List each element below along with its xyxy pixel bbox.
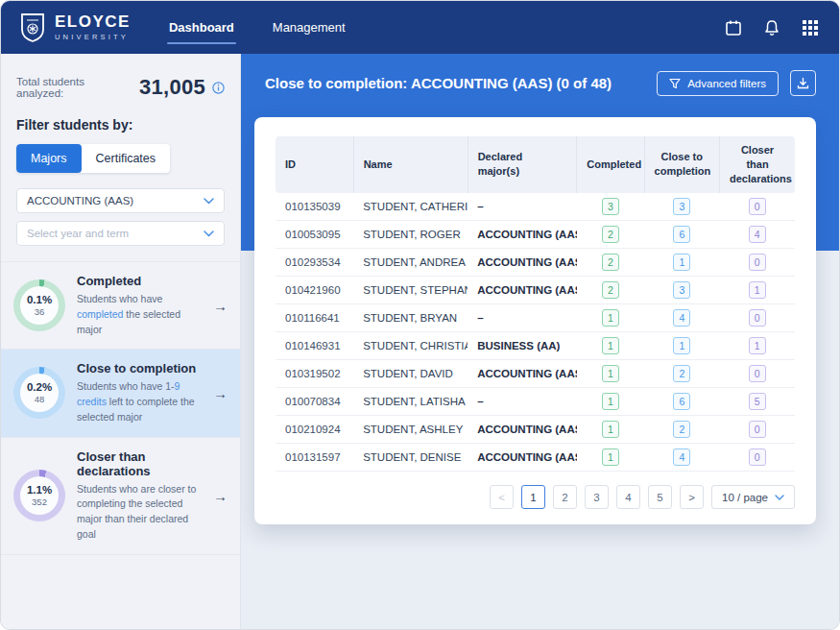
column-header: Completed xyxy=(577,136,644,193)
completed-count-cell: 1 xyxy=(577,360,644,388)
closer-count-cell: 1 xyxy=(720,332,795,360)
column-header: ID xyxy=(276,136,353,193)
content-area: Total students analyzed: 31,005 Filter s… xyxy=(1,54,839,629)
pagination-prev-button[interactable]: < xyxy=(490,485,514,509)
logo-subname: UNIVERSITY xyxy=(55,33,131,41)
top-navbar: ELOYCE UNIVERSITY Dashboard Management xyxy=(1,1,839,54)
total-students-value: 31,005 xyxy=(139,75,205,100)
tab-certificates[interactable]: Certificates xyxy=(82,144,171,173)
completed-count-cell: 1 xyxy=(577,304,644,332)
close-count-cell: 1 xyxy=(644,249,719,277)
closer-count-cell: 1 xyxy=(720,277,795,304)
desc-text: Students who are closer to completing th… xyxy=(77,483,196,540)
pagination-page-1[interactable]: 1 xyxy=(521,485,545,509)
table-row[interactable]: 010293534STUDENT, ANDREAACCOUNTING (AAS)… xyxy=(276,249,795,277)
closer-donut: 1.1% 352 xyxy=(13,470,65,521)
table-row[interactable]: 010053095STUDENT, ROGERACCOUNTING (AAS)2… xyxy=(276,221,795,249)
calendar-icon[interactable] xyxy=(724,18,743,37)
completed-count-cell: 2 xyxy=(577,277,644,304)
major-select-value: ACCOUNTING (AAS) xyxy=(27,195,133,206)
arrow-right-icon[interactable]: → xyxy=(211,488,228,504)
term-select[interactable]: Select year and term xyxy=(16,221,225,246)
logo-text: ELOYCE UNIVERSITY xyxy=(55,13,131,41)
card-completed-title: Completed xyxy=(77,274,200,288)
table-row[interactable]: 010421960STUDENT, STEPHANIEACCOUNTING (A… xyxy=(276,277,795,304)
closer-count-cell: 0 xyxy=(720,249,795,277)
declared-major-cell: – xyxy=(468,193,577,221)
card-closer-than-declarations[interactable]: 1.1% 352 Closer than declarations Studen… xyxy=(1,438,240,555)
column-header: Name xyxy=(353,136,468,193)
apps-grid-icon[interactable] xyxy=(801,18,820,37)
page-size-select[interactable]: 10 / page xyxy=(711,485,795,509)
nav-item-dashboard[interactable]: Dashboard xyxy=(167,16,236,38)
pagination-next-button[interactable]: > xyxy=(680,485,704,509)
close-count-cell: 1 xyxy=(644,332,719,360)
category-cards: 0.1% 36 Completed Students who have comp… xyxy=(1,261,240,555)
completed-count-cell: 1 xyxy=(577,388,644,416)
card-closer-desc: Students who are closer to completing th… xyxy=(77,482,200,543)
arrow-right-icon[interactable]: → xyxy=(211,298,228,314)
closer-count-badge: 1 xyxy=(749,337,766,354)
declared-major-cell: BUSINESS (AA) xyxy=(468,332,577,360)
completed-count: 36 xyxy=(35,306,45,317)
table-row[interactable]: 010319502STUDENT, DAVIDACCOUNTING (AAS)1… xyxy=(276,360,795,388)
table-row[interactable]: 010210924STUDENT, ASHLEYACCOUNTING (AAS)… xyxy=(276,416,795,444)
pagination-page-4[interactable]: 4 xyxy=(616,485,640,509)
pagination: < 12345 > 10 / page xyxy=(276,485,795,509)
student-id-cell: 010319502 xyxy=(276,360,353,388)
close-count-cell: 3 xyxy=(644,277,719,304)
student-name-cell: STUDENT, STEPHANIE xyxy=(353,277,468,304)
completed-count-cell: 2 xyxy=(577,249,644,277)
card-close-to-completion[interactable]: 0.2% 48 Close to completion Students who… xyxy=(1,350,240,437)
table-row[interactable]: 010070834STUDENT, LATISHA–165 xyxy=(276,388,795,416)
card-closer-title: Closer than declarations xyxy=(77,449,200,478)
column-header: Closer than declarations xyxy=(720,136,795,193)
student-name-cell: STUDENT, CHRISTIAN xyxy=(353,332,468,360)
card-close-desc: Students who have 1-9 credits left to co… xyxy=(77,379,200,424)
declared-major-cell: – xyxy=(468,388,577,416)
desc-text: Students who have xyxy=(77,293,162,304)
table-row[interactable]: 010146931STUDENT, CHRISTIANBUSINESS (AA)… xyxy=(276,332,795,360)
closer-count-badge: 0 xyxy=(749,198,766,215)
advanced-filters-label: Advanced filters xyxy=(687,78,766,89)
filter-tabs: Majors Certificates xyxy=(16,144,170,173)
student-name-cell: STUDENT, ANDREA xyxy=(353,249,468,277)
download-button[interactable] xyxy=(790,70,816,96)
pagination-page-2[interactable]: 2 xyxy=(553,485,577,509)
info-icon[interactable] xyxy=(212,82,225,94)
table-row[interactable]: 010135039STUDENT, CATHERINE–330 xyxy=(276,193,795,221)
desc-link[interactable]: completed xyxy=(77,308,123,320)
bell-icon[interactable] xyxy=(762,18,781,37)
main-panel: Close to completion: ACCOUNTING (AAS) (0… xyxy=(241,54,839,629)
declared-major-cell: ACCOUNTING (AAS) xyxy=(468,416,577,444)
student-id-cell: 010116641 xyxy=(276,304,353,332)
completed-donut: 0.1% 36 xyxy=(13,279,65,331)
closer-count-cell: 0 xyxy=(720,416,795,444)
declared-major-cell: – xyxy=(468,304,577,332)
pagination-page-3[interactable]: 3 xyxy=(585,485,609,509)
sidebar-top: Total students analyzed: 31,005 Filter s… xyxy=(1,54,240,246)
arrow-right-icon[interactable]: → xyxy=(211,385,228,401)
chevron-down-icon xyxy=(204,198,214,205)
advanced-filters-button[interactable]: Advanced filters xyxy=(657,71,779,96)
declared-major-cell: ACCOUNTING (AAS) xyxy=(468,249,577,277)
pagination-page-5[interactable]: 5 xyxy=(648,485,672,509)
declared-major-cell: ACCOUNTING (AAS) xyxy=(468,360,577,388)
completed-percent: 0.1% xyxy=(27,294,52,305)
nav-item-management[interactable]: Management xyxy=(271,16,348,38)
student-name-cell: STUDENT, DENISE xyxy=(353,444,468,472)
column-header: Declared major(s) xyxy=(468,136,577,193)
close-count-badge: 4 xyxy=(673,309,690,327)
card-completed-text: Completed Students who have completed th… xyxy=(77,274,200,337)
completed-count-badge: 2 xyxy=(602,281,619,299)
close-count-cell: 4 xyxy=(644,444,719,472)
card-close-text: Close to completion Students who have 1-… xyxy=(77,361,200,424)
tab-majors[interactable]: Majors xyxy=(16,144,82,173)
card-completed[interactable]: 0.1% 36 Completed Students who have comp… xyxy=(1,262,240,350)
desc-text: Students who have 1- xyxy=(77,380,175,392)
table-row[interactable]: 010131597STUDENT, DENISEACCOUNTING (AAS)… xyxy=(276,444,795,472)
completed-count-badge: 1 xyxy=(602,309,619,327)
major-select[interactable]: ACCOUNTING (AAS) xyxy=(16,188,225,213)
completed-count-cell: 1 xyxy=(577,332,644,360)
table-row[interactable]: 010116641STUDENT, BRYAN–140 xyxy=(276,304,795,332)
